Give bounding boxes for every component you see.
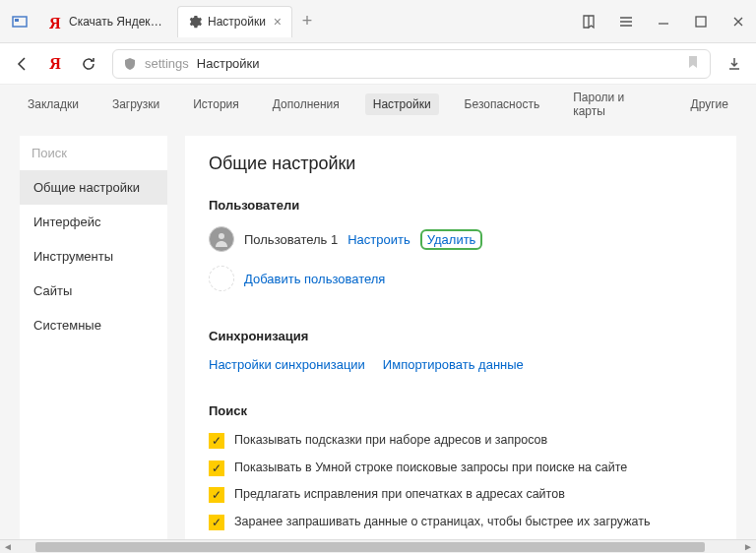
sidebar-item-system[interactable]: Системные	[20, 308, 167, 342]
titlebar: Я Скачать Яндекс.Браузер д... Настройки …	[0, 0, 756, 43]
settings-navbar: Закладки Загрузки История Дополнения Нас…	[0, 85, 756, 124]
minimize-button[interactable]	[654, 12, 673, 31]
addressbar: Я settings Настройки	[0, 43, 756, 85]
checkbox-row: ✓ Показывать в Умной строке поисковые за…	[209, 460, 713, 477]
tab-title: Настройки	[208, 15, 266, 29]
checkbox-row: ✓ Показывать подсказки при наборе адресо…	[209, 432, 713, 450]
tab-active[interactable]: Настройки ×	[177, 6, 292, 37]
nav-downloads[interactable]: Загрузки	[104, 93, 167, 115]
url-prefix: settings	[145, 56, 189, 71]
nav-other[interactable]: Другие	[683, 93, 736, 115]
scrollbar-thumb[interactable]	[35, 542, 705, 552]
gear-icon	[188, 15, 202, 29]
nav-bookmarks[interactable]: Закладки	[20, 93, 87, 115]
sidebar-item-sites[interactable]: Сайты	[20, 274, 167, 308]
shield-icon	[123, 57, 137, 71]
users-heading: Пользователи	[209, 198, 713, 213]
sidebar-item-general[interactable]: Общие настройки	[20, 170, 167, 205]
checkbox-label: Заранее запрашивать данные о страницах, …	[234, 514, 650, 531]
checkbox[interactable]: ✓	[209, 487, 224, 503]
nav-history[interactable]: История	[185, 93, 247, 115]
checkbox[interactable]: ✓	[209, 461, 224, 476]
avatar	[209, 226, 234, 252]
close-icon[interactable]: ×	[274, 14, 282, 30]
maximize-button[interactable]	[691, 12, 711, 31]
svg-rect-2	[696, 17, 706, 27]
collections-icon	[12, 14, 28, 30]
page-title: Общие настройки	[209, 154, 713, 174]
add-user-link[interactable]: Добавить пользователя	[244, 272, 385, 286]
nav-addons[interactable]: Дополнения	[265, 93, 347, 115]
checkbox-label: Предлагать исправления при опечатках в а…	[234, 486, 565, 504]
yandex-logo[interactable]: Я	[45, 54, 65, 74]
svg-point-3	[219, 233, 224, 239]
download-button[interactable]	[724, 54, 744, 74]
delete-user-link[interactable]: Удалить	[427, 232, 476, 247]
url-input[interactable]: settings Настройки	[112, 49, 711, 79]
menu-icon[interactable]	[616, 12, 636, 31]
checkbox-label: Показывать в Умной строке поисковые запр…	[234, 460, 627, 477]
sidebar: Поиск Общие настройки Интерфейс Инструме…	[20, 136, 167, 539]
configure-user-link[interactable]: Настроить	[347, 232, 410, 247]
search-heading: Поиск	[209, 403, 713, 418]
user-row: Пользователь 1 Настроить Удалить	[209, 226, 713, 252]
scroll-right-arrow[interactable]: ►	[740, 541, 756, 552]
checkbox-row: ✓ Заранее запрашивать данные о страницах…	[209, 514, 713, 531]
reader-icon[interactable]	[579, 12, 598, 31]
checkbox[interactable]: ✓	[209, 515, 224, 530]
url-page: Настройки	[197, 56, 260, 71]
delete-highlight: Удалить	[420, 229, 483, 250]
checkbox[interactable]: ✓	[209, 433, 224, 449]
content-area: Поиск Общие настройки Интерфейс Инструме…	[0, 124, 756, 539]
tab-title: Скачать Яндекс.Браузер д...	[69, 15, 167, 29]
yandex-icon: Я	[49, 15, 63, 29]
pinned-tab[interactable]	[0, 6, 39, 37]
horizontal-scrollbar[interactable]: ◄ ►	[0, 539, 756, 553]
main-panel: Общие настройки Пользователи Пользовател…	[185, 136, 736, 539]
user-name: Пользователь 1	[244, 232, 338, 247]
sidebar-item-interface[interactable]: Интерфейс	[20, 205, 167, 239]
scroll-left-arrow[interactable]: ◄	[0, 541, 16, 552]
import-data-link[interactable]: Импортировать данные	[383, 357, 524, 372]
bookmark-icon[interactable]	[686, 55, 700, 72]
nav-passwords[interactable]: Пароли и карты	[565, 87, 664, 122]
sidebar-item-tools[interactable]: Инструменты	[20, 239, 167, 274]
add-user-row[interactable]: Добавить пользователя	[209, 266, 713, 291]
back-button[interactable]	[12, 54, 32, 74]
tab-inactive[interactable]: Я Скачать Яндекс.Браузер д...	[39, 6, 177, 37]
add-avatar-icon	[209, 266, 234, 291]
close-button[interactable]	[728, 12, 748, 31]
sync-heading: Синхронизация	[209, 329, 713, 343]
checkbox-row: ✓ Предлагать исправления при опечатках в…	[209, 486, 713, 504]
sidebar-search[interactable]: Поиск	[20, 136, 167, 170]
nav-settings[interactable]: Настройки	[365, 93, 439, 115]
nav-security[interactable]: Безопасность	[457, 93, 548, 115]
sync-settings-link[interactable]: Настройки синхронизации	[209, 357, 365, 372]
svg-rect-1	[15, 19, 19, 22]
reload-button[interactable]	[79, 54, 98, 74]
new-tab-button[interactable]: +	[292, 7, 322, 36]
checkbox-label: Показывать подсказки при наборе адресов …	[234, 432, 547, 450]
